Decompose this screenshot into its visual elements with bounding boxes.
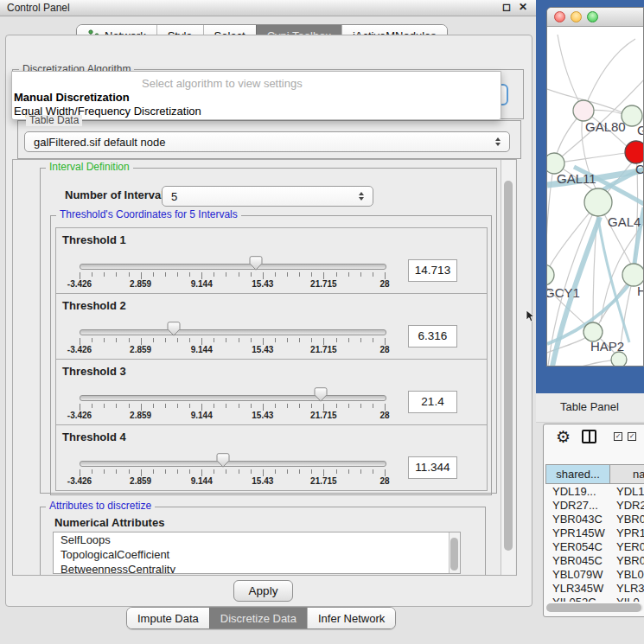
slider-scale-label: 28 — [360, 279, 409, 289]
gear-icon[interactable]: ⚙ — [556, 427, 571, 447]
slider-scale-label: 2.859 — [117, 279, 165, 289]
slider-track[interactable] — [80, 329, 386, 335]
interval-definition-title: Interval Definition — [46, 162, 133, 173]
cell-name: YBR0 — [616, 554, 644, 567]
threshold-value-field[interactable]: 11.344 — [408, 456, 457, 479]
network-edge[interactable] — [545, 163, 554, 265]
combo-spinner-icon — [495, 137, 501, 146]
network-edge[interactable] — [583, 39, 635, 111]
cell-shared-name: YDR27... — [552, 499, 598, 512]
attribute-list-item[interactable]: TopologicalCoefficient — [54, 547, 460, 562]
attribute-list-item[interactable]: SelfLoops — [54, 532, 460, 547]
number-of-intervals-label: Number of Intervals — [65, 188, 170, 201]
network-node-GAL80[interactable] — [573, 100, 594, 121]
slider-thumb[interactable] — [249, 256, 263, 271]
apply-button[interactable]: Apply — [233, 580, 293, 602]
slider-scale-label: 9.144 — [177, 411, 226, 420]
split-columns-icon[interactable] — [582, 430, 596, 443]
network-node-partial[interactable] — [611, 352, 627, 367]
cell-shared-name: YBR045C — [552, 554, 603, 567]
list-scrollbar[interactable] — [449, 532, 460, 573]
threshold-value-field[interactable]: 14.713 — [408, 259, 457, 282]
cell-name: YIL0 — [616, 596, 640, 602]
column-header-shared-name[interactable]: shared... — [545, 464, 610, 484]
cell-name: YDR2 — [616, 499, 644, 512]
slider-scale-label: 2.859 — [117, 476, 165, 486]
table-panel-title: Table Panel — [560, 400, 619, 413]
network-node-label: GCY1 — [545, 285, 580, 300]
threshold-row: Threshold 4-3.4262.8599.14415.4321.71528… — [55, 424, 488, 491]
slider-scale-label: 28 — [360, 411, 409, 420]
table-row[interactable]: YDR27...YDR2 — [545, 499, 644, 513]
slider-scale-label: 15.43 — [239, 476, 287, 486]
threshold-value-field[interactable]: 21.4 — [408, 391, 457, 413]
slider-scale-label: 21.715 — [299, 411, 348, 420]
slider-track[interactable] — [80, 264, 386, 270]
settings-scrollbar[interactable] — [501, 160, 515, 576]
network-edge[interactable] — [547, 360, 617, 379]
cell-shared-name: YBL079W — [552, 568, 603, 581]
table-row[interactable]: YIL052CYIL0 — [545, 596, 644, 602]
slider-thumb[interactable] — [167, 322, 181, 336]
threshold-label: Threshold 1 — [62, 233, 126, 246]
checkbox-icon-1[interactable]: ✓ — [614, 432, 622, 441]
slider-track[interactable] — [80, 461, 386, 467]
table-row[interactable]: YBL079WYBL0 — [545, 568, 644, 582]
cell-name: YLR3 — [616, 582, 644, 595]
cell-shared-name: YER054C — [552, 540, 603, 553]
network-node-rednode[interactable] — [625, 141, 644, 163]
bottom-tabs: Impute Data Discretize Data Infer Networ… — [126, 607, 396, 629]
float-window-icon[interactable]: ◻ — [502, 1, 511, 13]
close-window-icon[interactable]: ✕ — [519, 1, 527, 13]
tab-infer-network[interactable]: Infer Network — [307, 608, 395, 628]
network-canvas[interactable]: GAL80GACGAL11GAL4GCY1HHAP2 — [536, 0, 644, 394]
threshold-value-field[interactable]: 6.316 — [408, 325, 457, 348]
slider-scale-label: 15.43 — [239, 411, 287, 420]
settings-scrollbar-thumb[interactable] — [504, 181, 513, 551]
network-node-label: GAL80 — [585, 119, 626, 134]
attributes-group-title: Attributes to discretize — [46, 501, 155, 512]
table-hscrollbar[interactable] — [546, 603, 643, 612]
tab-discretize-data[interactable]: Discretize Data — [209, 608, 307, 628]
slider-scale-label: 9.144 — [177, 345, 226, 354]
checkbox-icon-2[interactable]: ✓ — [628, 432, 636, 441]
threshold-row: Threshold 3-3.4262.8599.14415.4321.71528… — [55, 359, 488, 425]
slider-scale-label: 21.715 — [299, 345, 348, 354]
slider-thumb[interactable] — [314, 387, 328, 402]
table-row[interactable]: YDL19...YDL1 — [545, 485, 644, 499]
slider-scale-label: 21.715 — [299, 476, 348, 486]
number-of-intervals-combobox[interactable]: 5 — [162, 186, 373, 207]
cell-shared-name: YLR345W — [552, 582, 603, 595]
network-node-GAL4[interactable] — [584, 188, 612, 216]
table-data-selected-value: galFiltered.sif default node — [34, 136, 165, 149]
table-row[interactable]: YBR043CYBR0 — [545, 513, 644, 526]
cell-name: YBL0 — [616, 568, 644, 581]
network-node-GCY1[interactable] — [536, 265, 554, 285]
network-node-label: GAL4 — [608, 214, 641, 229]
threshold-label: Threshold 3 — [62, 365, 126, 378]
slider-track[interactable] — [80, 395, 386, 401]
table-panel: ⚙ ✓ ✓ shared... na YDL19...YDL1YDR27...Y… — [543, 424, 644, 617]
slider-scale-label: 9.144 — [177, 476, 226, 486]
network-edge[interactable] — [547, 337, 586, 353]
attribute-list-item[interactable]: BetweennessCentrality — [54, 562, 460, 574]
column-header-name[interactable]: na — [609, 464, 644, 484]
attributes-listbox[interactable]: SelfLoopsTopologicalCoefficientBetweenne… — [53, 532, 461, 574]
tab-impute-data[interactable]: Impute Data — [127, 608, 209, 628]
slider-thumb[interactable] — [216, 453, 230, 468]
table-data-group-title: Table Data — [26, 115, 82, 126]
dropdown-option-manual-discretization[interactable]: Manual Discretization — [14, 91, 130, 104]
table-row[interactable]: YER054CYER0 — [545, 540, 644, 554]
table-hscrollbar-thumb[interactable] — [546, 603, 641, 612]
mouse-cursor — [526, 309, 536, 323]
slider-scale-label: 2.859 — [117, 411, 165, 420]
threshold-label: Threshold 4 — [62, 430, 126, 443]
cell-shared-name: YIL052C — [552, 596, 596, 602]
table-row[interactable]: YLR345WYLR3 — [545, 582, 644, 596]
table-data-combobox[interactable]: galFiltered.sif default node — [24, 131, 510, 152]
list-scrollbar-thumb[interactable] — [450, 538, 458, 571]
table-row[interactable]: YPR145WYPR1 — [545, 526, 644, 540]
threshold-row: Threshold 1-3.4262.8599.14415.4321.71528… — [55, 227, 488, 294]
cell-shared-name: YDL19... — [552, 485, 596, 498]
table-row[interactable]: YBR045CYBR0 — [545, 554, 644, 568]
